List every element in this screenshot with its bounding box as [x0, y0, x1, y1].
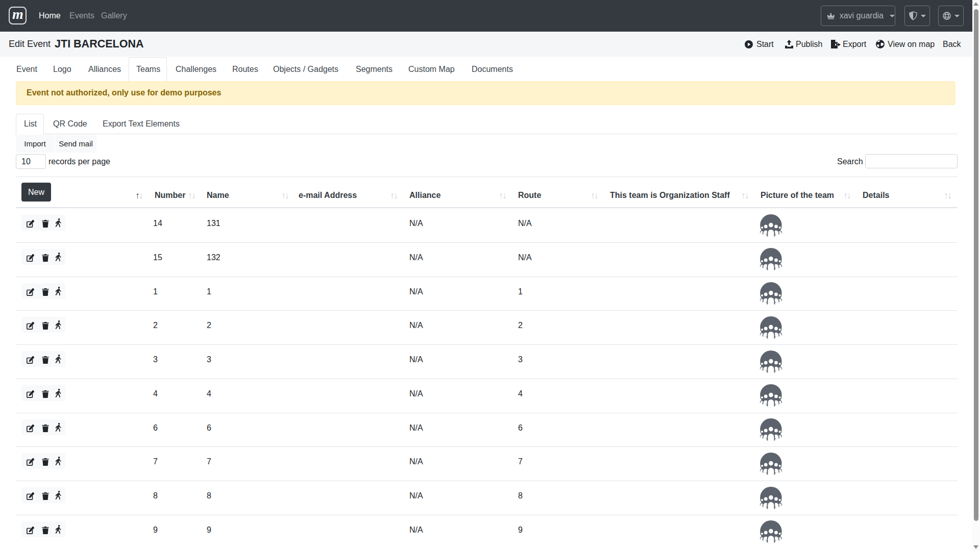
svg-text:m: m [12, 8, 23, 22]
